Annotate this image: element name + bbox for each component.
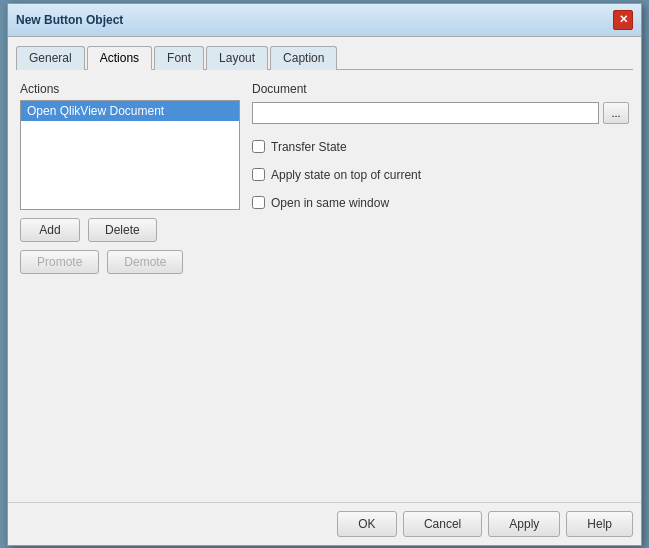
title-bar: New Button Object ✕ (8, 4, 641, 37)
apply-state-label: Apply state on top of current (271, 168, 421, 182)
tab-caption[interactable]: Caption (270, 46, 337, 70)
close-button[interactable]: ✕ (613, 10, 633, 30)
right-panel: Document ... Transfer State Apply state … (252, 82, 629, 274)
delete-button[interactable]: Delete (88, 218, 157, 242)
dialog-content: General Actions Font Layout Caption Acti… (8, 37, 641, 282)
actions-list[interactable]: Open QlikView Document (20, 100, 240, 210)
action-buttons-row2: Promote Demote (20, 250, 240, 274)
list-item[interactable]: Open QlikView Document (21, 101, 239, 121)
tab-bar: General Actions Font Layout Caption (16, 45, 633, 70)
footer-bar: OK Cancel Apply Help (8, 502, 641, 545)
cancel-button[interactable]: Cancel (403, 511, 482, 537)
promote-button[interactable]: Promote (20, 250, 99, 274)
open-same-window-checkbox[interactable] (252, 196, 265, 209)
transfer-state-row: Transfer State (252, 140, 629, 154)
document-input-row: ... (252, 102, 629, 124)
apply-button[interactable]: Apply (488, 511, 560, 537)
demote-button[interactable]: Demote (107, 250, 183, 274)
transfer-state-checkbox[interactable] (252, 140, 265, 153)
apply-state-checkbox[interactable] (252, 168, 265, 181)
tab-layout[interactable]: Layout (206, 46, 268, 70)
ok-button[interactable]: OK (337, 511, 397, 537)
apply-state-row: Apply state on top of current (252, 168, 629, 182)
add-button[interactable]: Add (20, 218, 80, 242)
open-same-window-row: Open in same window (252, 196, 629, 210)
document-label: Document (252, 82, 629, 96)
tab-font[interactable]: Font (154, 46, 204, 70)
transfer-state-label: Transfer State (271, 140, 347, 154)
actions-section-label: Actions (20, 82, 240, 96)
main-area: Actions Open QlikView Document Add Delet… (16, 78, 633, 274)
action-buttons-row1: Add Delete (20, 218, 240, 242)
open-same-window-label: Open in same window (271, 196, 389, 210)
help-button[interactable]: Help (566, 511, 633, 537)
tab-general[interactable]: General (16, 46, 85, 70)
dialog-window: New Button Object ✕ General Actions Font… (7, 3, 642, 546)
left-panel: Actions Open QlikView Document Add Delet… (20, 82, 240, 274)
tab-actions[interactable]: Actions (87, 46, 152, 70)
document-input[interactable] (252, 102, 599, 124)
browse-button[interactable]: ... (603, 102, 629, 124)
window-title: New Button Object (16, 13, 123, 27)
